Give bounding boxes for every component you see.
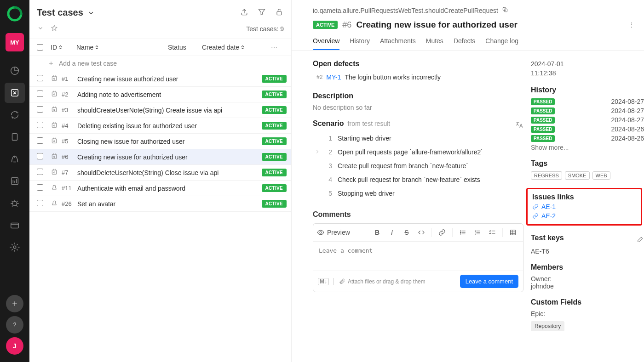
workspace-badge[interactable]: MY	[6, 33, 24, 51]
test-case-row[interactable]: #2Adding note to advertisementACTIVE	[29, 87, 291, 102]
test-case-number: #2	[62, 91, 77, 98]
test-case-row[interactable]: #5Closing new issue for authorized userA…	[29, 134, 291, 149]
unlock-icon[interactable]	[275, 7, 284, 18]
test-case-number: #26	[62, 200, 77, 207]
history-row[interactable]: PASSED2024-08-26	[531, 135, 644, 142]
checklist-button[interactable]	[486, 226, 499, 238]
nav-defects-icon[interactable]	[5, 193, 25, 213]
svg-rect-18	[52, 154, 56, 158]
tab-overview[interactable]: Overview	[313, 37, 339, 50]
col-more-icon[interactable]: ⋯	[271, 44, 284, 51]
add-test-case-row[interactable]: Add a new test case	[29, 56, 291, 71]
leave-comment-button[interactable]: Leave a comment	[460, 275, 518, 288]
tab-change-log[interactable]: Change log	[485, 37, 518, 50]
nav-cycles-icon[interactable]	[5, 105, 25, 125]
tag-chip[interactable]: SMOKE	[565, 171, 590, 180]
preview-toggle[interactable]: Preview	[317, 229, 350, 236]
svg-point-25	[460, 231, 461, 231]
col-created-header[interactable]: Created date	[202, 44, 271, 51]
history-row[interactable]: PASSED2024-08-27	[531, 116, 644, 124]
tag-chip[interactable]: REGRESS	[531, 171, 562, 180]
test-type-icon	[51, 137, 62, 146]
filter-icon[interactable]	[257, 7, 266, 18]
test-case-row[interactable]: #1Creating new issue authorized userACTI…	[29, 71, 291, 87]
kebab-menu-icon[interactable]: ⋮	[628, 21, 635, 28]
chevron-down-icon	[87, 9, 95, 17]
history-date: 2024-08-26	[611, 135, 644, 142]
ul-list-button[interactable]	[456, 226, 469, 238]
history-row[interactable]: PASSED2024-08-26	[531, 125, 644, 133]
history-status-badge: PASSED	[531, 107, 555, 114]
row-checkbox[interactable]	[37, 200, 43, 206]
nav-settings-icon[interactable]	[5, 237, 25, 257]
row-checkbox[interactable]	[37, 90, 43, 97]
col-status-header[interactable]: Status	[168, 44, 202, 51]
defect-key-link[interactable]: MY-1	[326, 74, 341, 81]
tab-attachments[interactable]: Attachments	[380, 37, 416, 50]
upload-icon[interactable]	[240, 7, 249, 18]
tab-history[interactable]: History	[350, 37, 370, 50]
link-button[interactable]	[436, 226, 448, 238]
step-expand-icon[interactable]	[315, 148, 320, 156]
italic-button[interactable]: I	[385, 226, 398, 238]
row-checkbox[interactable]	[37, 75, 43, 81]
nav-dashboard-icon[interactable]	[5, 61, 25, 81]
rail-help-button[interactable]	[6, 316, 23, 334]
copy-icon[interactable]	[502, 6, 508, 14]
row-checkbox[interactable]	[37, 169, 43, 175]
select-all-checkbox[interactable]	[37, 44, 43, 51]
nav-clipboard-icon[interactable]	[5, 127, 25, 147]
status-badge: ACTIVE	[262, 153, 287, 161]
col-name-header[interactable]: Name	[76, 44, 168, 51]
row-checkbox[interactable]	[37, 184, 43, 191]
rail-user-avatar[interactable]: J	[6, 337, 23, 355]
row-checkbox[interactable]	[37, 153, 43, 159]
test-case-name: Closing new issue for authorized user	[77, 138, 262, 145]
strike-button[interactable]: S	[400, 226, 413, 238]
scenario-subheading: from test result	[348, 120, 391, 127]
defect-row[interactable]: #2 MY-1 The login button works incorrect…	[313, 72, 523, 84]
panel-title[interactable]: Test cases	[37, 7, 95, 18]
tab-mutes[interactable]: Mutes	[426, 37, 443, 50]
tab-defects[interactable]: Defects	[454, 37, 475, 50]
svg-point-9	[54, 78, 55, 79]
test-case-row[interactable]: #6Creating new issue for authorized user…	[29, 149, 291, 165]
status-badge: ACTIVE	[262, 169, 287, 176]
rail-add-button[interactable]	[6, 295, 23, 312]
nav-analytics-icon[interactable]	[5, 171, 25, 191]
issue-link[interactable]: AE-2	[532, 212, 636, 220]
test-case-count: Test cases: 9	[246, 25, 284, 33]
edit-testkey-icon[interactable]	[637, 236, 644, 244]
nav-testcases-icon[interactable]	[5, 83, 25, 103]
star-icon[interactable]	[51, 24, 58, 33]
bold-button[interactable]: B	[371, 226, 384, 238]
test-case-row[interactable]: #26Set an avatarACTIVE	[29, 196, 291, 212]
issue-link[interactable]: AE-1	[532, 203, 636, 210]
table-button[interactable]	[506, 226, 519, 238]
translate-icon[interactable]	[515, 121, 523, 130]
test-case-row[interactable]: #3shouldCreateUserNote(String) Create is…	[29, 102, 291, 118]
chevron-down-icon[interactable]	[37, 24, 44, 33]
tag-chip[interactable]: WEB	[592, 171, 610, 180]
history-row[interactable]: PASSED2024-08-27	[531, 107, 644, 114]
test-case-row[interactable]: #4Deleting existing issue for authorized…	[29, 118, 291, 134]
ol-list-button[interactable]	[471, 226, 484, 238]
test-case-row[interactable]: #7shouldDeleteUserNote(String) Close iss…	[29, 165, 291, 181]
test-case-number: #1	[62, 75, 77, 82]
owner-value: johndoe	[531, 283, 644, 290]
code-button[interactable]	[415, 226, 428, 238]
row-checkbox[interactable]	[37, 137, 43, 144]
history-row[interactable]: PASSED2024-08-27	[531, 98, 644, 105]
row-checkbox[interactable]	[37, 106, 43, 113]
test-case-row[interactable]: #11Authenticate with email and passwordA…	[29, 181, 291, 196]
history-show-more[interactable]: Show more...	[531, 144, 644, 151]
col-id-header[interactable]: ID	[51, 44, 76, 51]
owner-label: Owner:	[531, 275, 644, 283]
row-checkbox[interactable]	[37, 122, 43, 128]
attach-file-hint[interactable]: Attach files or drag & drop them	[339, 278, 426, 285]
repository-tag[interactable]: Repository	[531, 321, 564, 331]
comment-textarea[interactable]	[313, 242, 523, 269]
nav-billing-icon[interactable]	[5, 215, 25, 235]
open-defects-heading: Open defects	[313, 60, 523, 68]
nav-launches-icon[interactable]	[5, 149, 25, 169]
